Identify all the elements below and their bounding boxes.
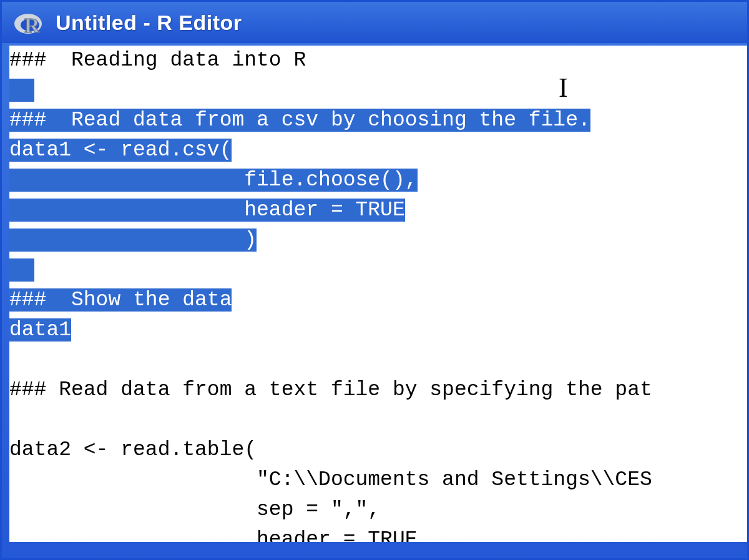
r-editor-window: R Untitled - R Editor ### Reading data i… bbox=[0, 0, 749, 560]
code-text[interactable]: header = TRUE bbox=[9, 528, 418, 542]
selected-text[interactable]: ) bbox=[9, 228, 257, 252]
selected-text[interactable]: header = TRUE bbox=[9, 199, 405, 222]
code-line[interactable] bbox=[9, 345, 747, 375]
code-text[interactable]: ### Reading data into R bbox=[9, 49, 306, 72]
selected-text[interactable] bbox=[9, 258, 34, 282]
code-line[interactable]: ### Reading data into R bbox=[9, 46, 747, 76]
code-line[interactable]: file.choose(), bbox=[9, 165, 747, 195]
code-line[interactable] bbox=[9, 255, 747, 285]
selected-text[interactable]: data1 bbox=[9, 318, 71, 341]
code-line[interactable]: ### Show the data bbox=[9, 285, 747, 315]
code-text[interactable]: sep = ",", bbox=[9, 498, 380, 521]
code-line[interactable]: header = TRUE bbox=[9, 525, 747, 542]
code-line[interactable]: data2 <- read.table( bbox=[9, 435, 747, 465]
code-line[interactable] bbox=[9, 405, 747, 435]
code-line[interactable]: header = TRUE bbox=[9, 195, 747, 225]
selected-text[interactable] bbox=[9, 79, 34, 102]
code-line[interactable]: "C:\\Documents and Settings\\CES bbox=[9, 465, 747, 495]
titlebar[interactable]: R Untitled - R Editor bbox=[2, 2, 747, 43]
svg-text:R: R bbox=[24, 14, 40, 37]
r-logo-icon: R bbox=[13, 7, 43, 37]
code-line[interactable]: ) bbox=[9, 225, 747, 255]
code-text[interactable]: ### Read data from a text file by specif… bbox=[9, 378, 652, 401]
code-line[interactable]: sep = ",", bbox=[9, 495, 747, 525]
code-editor[interactable]: ### Reading data into R ### Read data fr… bbox=[9, 46, 747, 542]
selected-text[interactable]: ### Read data from a csv by choosing the… bbox=[9, 109, 590, 132]
code-text[interactable]: data2 <- read.table( bbox=[9, 438, 257, 461]
code-line[interactable]: data1 bbox=[9, 315, 747, 345]
code-line[interactable] bbox=[9, 76, 747, 106]
code-line[interactable]: data1 <- read.csv( bbox=[9, 135, 747, 165]
code-line[interactable]: ### Read data from a text file by specif… bbox=[9, 375, 747, 405]
code-line[interactable]: ### Read data from a csv by choosing the… bbox=[9, 106, 747, 135]
code-text[interactable]: "C:\\Documents and Settings\\CES bbox=[9, 468, 652, 491]
selected-text[interactable]: data1 <- read.csv( bbox=[9, 139, 232, 162]
selected-text[interactable]: file.choose(), bbox=[9, 169, 418, 192]
selected-text[interactable]: ### Show the data bbox=[9, 288, 232, 312]
window-title: Untitled - R Editor bbox=[56, 11, 242, 35]
